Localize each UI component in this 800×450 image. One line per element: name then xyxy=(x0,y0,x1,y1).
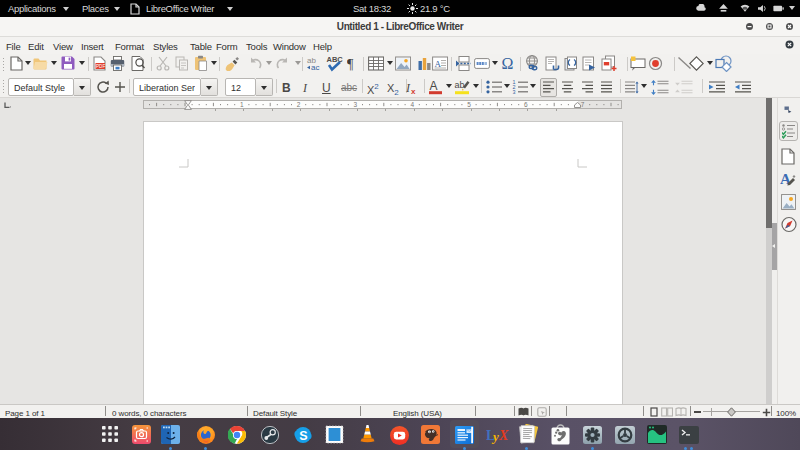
svg-text:3: 3 xyxy=(512,89,515,94)
svg-text:5: 5 xyxy=(467,101,471,108)
svg-text:Ω: Ω xyxy=(502,55,514,71)
svg-text:ac: ac xyxy=(311,63,319,71)
svg-text:A: A xyxy=(430,79,438,93)
svg-text:PDF: PDF xyxy=(96,64,105,69)
svg-text:1: 1 xyxy=(240,101,244,108)
svg-text:¶: ¶ xyxy=(347,57,354,71)
svg-text:3: 3 xyxy=(354,101,358,108)
svg-text:S: S xyxy=(299,429,307,443)
svg-text:A: A xyxy=(435,59,442,69)
svg-text:y: y xyxy=(491,429,499,444)
svg-text:X: X xyxy=(498,428,509,443)
svg-text:2: 2 xyxy=(297,101,301,108)
svg-text:6: 6 xyxy=(524,101,528,108)
svg-text:4: 4 xyxy=(410,101,414,108)
svg-text:ab: ab xyxy=(455,80,465,90)
svg-text:7: 7 xyxy=(581,101,585,108)
